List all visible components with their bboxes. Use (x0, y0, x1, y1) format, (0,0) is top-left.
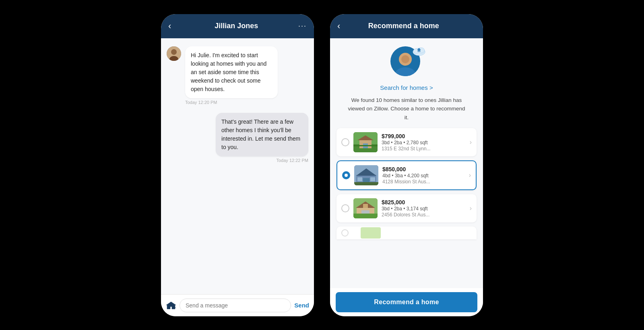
svg-point-1 (171, 49, 177, 55)
home-item-3[interactable]: $825,000 3bd • 2ba • 3,174 sqft 2456 Dol… (336, 194, 477, 222)
radio-home-2[interactable] (342, 171, 350, 179)
recommend-description: We found 10 homes similar to ones Jillia… (346, 96, 467, 122)
message-row-client: That's great! There are a few other home… (167, 113, 308, 163)
message-input[interactable] (180, 299, 291, 312)
chat-phone: ‹ Jillian Jones ··· Hi Julie. I'm excite… (161, 14, 314, 316)
home-address-3: 2456 Dolores St Aus... (382, 212, 466, 218)
message-bubble-sent: That's great! There are a few other home… (216, 113, 308, 156)
svg-rect-30 (353, 214, 378, 218)
agent-avatar-container (390, 46, 423, 79)
recommend-back-button[interactable]: ‹ (337, 21, 340, 31)
home-thumb-2 (354, 165, 378, 185)
home-info-3: $825,000 3bd • 2ba • 3,174 sqft 2456 Dol… (382, 199, 466, 218)
home-details-1: 3bd • 2ba • 2,780 sqft (382, 140, 466, 145)
home-info-2: $850,000 4bd • 3ba • 4,200 sqft 4128 Mis… (382, 166, 465, 185)
chat-footer: + Send (161, 294, 314, 316)
recommend-body: Search for homes > We found 10 homes sim… (330, 38, 483, 288)
send-button[interactable]: Send (294, 302, 309, 309)
svg-rect-23 (357, 177, 362, 181)
home-price-2: $850,000 (382, 166, 465, 172)
recommend-phone: ‹ Recommend a home (330, 14, 483, 316)
partial-home-item (336, 226, 477, 239)
svg-point-6 (401, 55, 409, 63)
message-timestamp: Today 12:20 PM (185, 100, 278, 105)
home-price-3: $825,000 (382, 199, 466, 205)
home-address-2: 4128 Mission St Aus... (382, 179, 465, 185)
svg-text:+: + (173, 305, 176, 310)
message-bubble: Hi Julie. I'm excited to start looking a… (185, 46, 278, 98)
svg-rect-24 (370, 177, 375, 181)
chevron-right-icon-3: › (470, 205, 472, 212)
svg-rect-12 (419, 50, 419, 52)
home-details-3: 3bd • 2ba • 3,174 sqft (382, 206, 466, 212)
search-homes-link[interactable]: Search for homes > (380, 84, 433, 91)
recommend-header: ‹ Recommend a home (330, 14, 483, 38)
chat-body: Hi Julie. I'm excited to start looking a… (161, 38, 314, 294)
partial-thumb (361, 227, 381, 239)
home-thumb-3 (353, 198, 378, 218)
back-button[interactable]: ‹ (168, 21, 171, 31)
home-item-1[interactable]: $799,000 3bd • 2ba • 2,780 sqft 1315 E 3… (336, 128, 477, 156)
svg-rect-25 (354, 182, 378, 185)
radio-partial (341, 229, 349, 237)
avatar (167, 46, 181, 61)
message-timestamp-sent: Today 12:22 PM (216, 158, 308, 163)
recommend-title: Recommend a home (343, 22, 464, 30)
home-item-2[interactable]: $850,000 4bd • 3ba • 4,200 sqft 4128 Mis… (336, 160, 477, 190)
home-thumb-1 (353, 132, 378, 152)
cloud-house-icon (411, 44, 427, 57)
home-price-1: $799,000 (382, 133, 466, 139)
bubble-wrap-client: That's great! There are a few other home… (216, 113, 308, 163)
recommend-button[interactable]: Recommend a home (336, 292, 477, 312)
chat-header: ‹ Jillian Jones ··· (161, 14, 314, 38)
home-list: $799,000 3bd • 2ba • 2,780 sqft 1315 E 3… (336, 128, 477, 239)
home-details-2: 4bd • 3ba • 4,200 sqft (382, 173, 465, 178)
more-button[interactable]: ··· (298, 22, 307, 30)
svg-rect-18 (353, 145, 378, 146)
bubble-wrap-agent: Hi Julie. I'm excited to start looking a… (185, 46, 278, 105)
radio-home-1[interactable] (341, 138, 349, 146)
svg-rect-31 (363, 204, 368, 208)
chat-title: Jillian Jones (174, 22, 298, 30)
message-row-agent: Hi Julie. I'm excited to start looking a… (167, 46, 308, 105)
recommend-footer: Recommend a home (330, 288, 483, 316)
home-info-1: $799,000 3bd • 2ba • 2,780 sqft 1315 E 3… (382, 133, 466, 152)
svg-point-5 (395, 67, 416, 76)
radio-home-3[interactable] (341, 204, 349, 212)
home-address-1: 1315 E 32nd St Lynn... (382, 146, 466, 152)
home-plus-button[interactable]: + (166, 301, 176, 310)
chevron-right-icon-2: › (469, 172, 471, 179)
chevron-right-icon-1: › (470, 139, 472, 146)
